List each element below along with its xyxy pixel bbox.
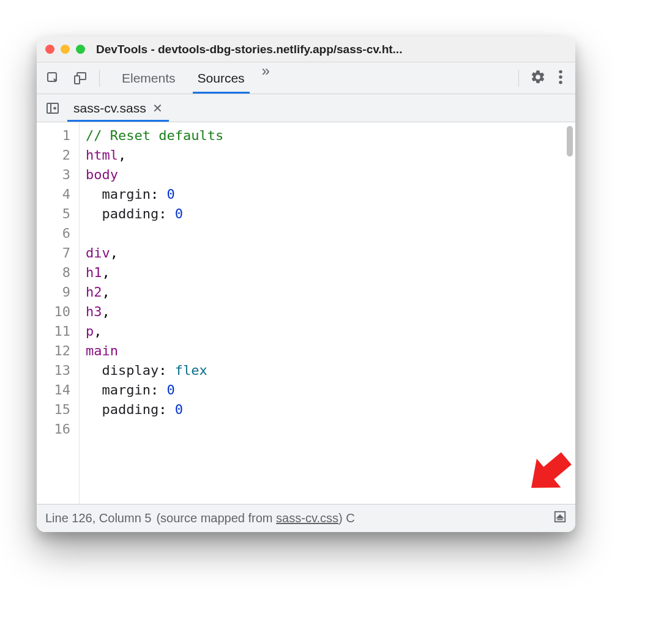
svg-point-5 [559, 80, 562, 83]
line-number: 1 [37, 126, 74, 146]
devtools-window: DevTools - devtools-dbg-stories.netlify.… [37, 37, 575, 532]
svg-rect-2 [75, 76, 80, 84]
kebab-icon [558, 69, 563, 85]
more-options-button[interactable] [558, 69, 563, 87]
code-editor[interactable]: 12345678910111213141516 // Reset default… [37, 122, 575, 504]
code-line[interactable]: display: flex [86, 361, 575, 380]
line-number: 3 [37, 165, 74, 185]
file-tabs: sass-cv.sass ✕ [37, 94, 575, 122]
cursor-position: Line 126, Column 5 [45, 511, 151, 525]
file-tab-label: sass-cv.sass [73, 101, 146, 116]
line-number: 15 [37, 400, 74, 420]
code-line[interactable]: main [86, 341, 575, 361]
code-line[interactable]: padding: 0 [86, 400, 575, 420]
line-number: 8 [37, 263, 74, 283]
show-drawer-button[interactable] [553, 510, 567, 527]
code-content[interactable]: // Reset defaultshtml,body margin: 0 pad… [80, 122, 575, 504]
line-number: 14 [37, 380, 74, 400]
device-toolbar-icon[interactable] [72, 70, 88, 86]
gear-icon [530, 69, 546, 85]
close-tab-button[interactable]: ✕ [152, 101, 163, 116]
line-number: 2 [37, 146, 74, 165]
code-line[interactable]: margin: 0 [86, 185, 575, 204]
code-line[interactable]: p, [86, 322, 575, 341]
line-number-gutter: 12345678910111213141516 [37, 122, 80, 504]
code-line[interactable]: padding: 0 [86, 204, 575, 224]
window-title: DevTools - devtools-dbg-stories.netlify.… [91, 43, 567, 56]
close-window-button[interactable] [45, 45, 54, 54]
settings-button[interactable] [530, 69, 546, 87]
scrollbar-thumb[interactable] [567, 126, 573, 157]
code-line[interactable]: // Reset defaults [86, 126, 575, 146]
code-line[interactable]: html, [86, 146, 575, 165]
toolbar-divider [518, 70, 519, 87]
code-line[interactable]: margin: 0 [86, 380, 575, 400]
svg-point-3 [559, 70, 562, 73]
line-number: 6 [37, 224, 74, 243]
line-number: 7 [37, 243, 74, 263]
statusbar: Line 126, Column 5 (source mapped from s… [37, 504, 575, 532]
minimize-window-button[interactable] [61, 45, 70, 54]
tab-label: Elements [122, 71, 176, 86]
code-line[interactable]: h3, [86, 302, 575, 322]
toolbar-divider [99, 70, 100, 87]
line-number: 4 [37, 185, 74, 204]
line-number: 9 [37, 283, 74, 302]
inspect-element-icon[interactable] [45, 70, 61, 86]
svg-point-4 [559, 75, 562, 78]
line-number: 12 [37, 341, 74, 361]
traffic-lights [45, 45, 85, 54]
toolbar: Elements Sources » [37, 62, 575, 94]
code-line[interactable] [86, 420, 575, 439]
sidebar-icon [45, 101, 60, 116]
code-line[interactable]: div, [86, 243, 575, 263]
chevron-double-right-icon: » [262, 62, 270, 79]
source-map-info: (source mapped from sass-cv.css) C [156, 511, 354, 525]
panel-tabs: Elements Sources » [111, 62, 507, 94]
line-number: 5 [37, 204, 74, 224]
tab-label: Sources [198, 71, 245, 86]
drawer-icon [553, 510, 567, 523]
code-line[interactable] [86, 224, 575, 243]
tab-sources[interactable]: Sources [187, 62, 256, 94]
titlebar: DevTools - devtools-dbg-stories.netlify.… [37, 37, 575, 62]
source-map-link[interactable]: sass-cv.css [276, 511, 338, 525]
more-tabs-button[interactable]: » [256, 62, 276, 94]
line-number: 11 [37, 322, 74, 341]
code-line[interactable]: body [86, 165, 575, 185]
code-line[interactable]: h2, [86, 283, 575, 302]
navigator-toggle-button[interactable] [44, 100, 61, 117]
maximize-window-button[interactable] [76, 45, 85, 54]
line-number: 10 [37, 302, 74, 322]
tab-elements[interactable]: Elements [111, 62, 187, 94]
file-tab-sass-cv[interactable]: sass-cv.sass ✕ [67, 94, 169, 122]
code-line[interactable]: h1, [86, 263, 575, 283]
line-number: 13 [37, 361, 74, 380]
line-number: 16 [37, 420, 74, 439]
